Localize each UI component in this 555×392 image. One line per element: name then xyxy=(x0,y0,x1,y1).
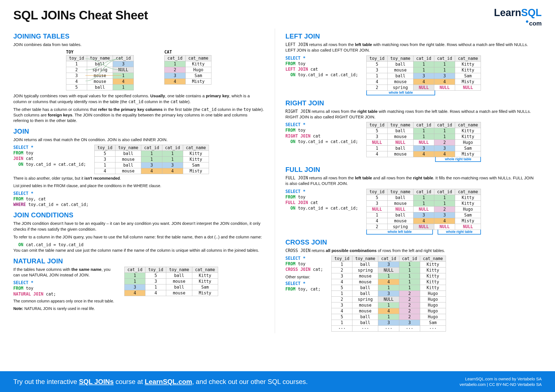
cat-table-block: CAT cat_idcat_name 1Kitty 2Hugo 3Sam 4Mi… xyxy=(164,50,211,90)
page-title: SQL JOINs Cheat Sheet xyxy=(13,8,148,22)
page: SQL JOINs Cheat Sheet LearnSQL •com JOIN… xyxy=(0,0,555,392)
fj-result: toy_idtoy_namecat_idcat_idcat_name 5ball… xyxy=(366,189,481,230)
join-row: SELECT * FROM toy JOIN cat ON toy.cat_id… xyxy=(13,145,264,174)
toy-table-block: TOY toy_idtoy_namecat_id 1ball3 2springN… xyxy=(66,50,134,90)
footer: Try out the interactive SQL JOINs course… xyxy=(0,371,555,392)
rj-row: SELECT * FROM toy RIGHT JOIN cat ON toy.… xyxy=(286,122,536,162)
jt-p1: JOIN typically combines rows with equal … xyxy=(13,93,264,105)
fj-cap-r: whole right table xyxy=(438,230,481,235)
lj-row: SELECT * FROM toy LEFT JOIN cat ON toy.c… xyxy=(286,55,536,95)
logo-com: •com xyxy=(494,18,542,26)
rj-sql: SELECT * FROM toy RIGHT JOIN cat ON toy.… xyxy=(286,122,358,144)
jc-p3: You can omit the table name and use just… xyxy=(13,248,264,253)
natural-result: cat_idtoy_idtoy_namecat_name 15ballKitty… xyxy=(124,267,218,296)
footer-left: Try out the interactive SQL JOINs course… xyxy=(13,378,308,386)
rj-result: toy_idtoy_namecat_idcat_idcat_name 5ball… xyxy=(366,122,481,157)
cat-table: cat_idcat_name 1Kitty 2Hugo 3Sam 4Misty xyxy=(164,55,211,85)
lj-result-wrap: toy_idtoy_namecat_idcat_idcat_name 5ball… xyxy=(366,55,481,95)
cj-left: SELECT * FROM toy CROSS JOIN cat; Other … xyxy=(286,256,323,292)
h-natural: NATURAL JOIN xyxy=(13,257,264,265)
fj-row: SELECT * FROM toy FULL JOIN cat ON toy.c… xyxy=(286,189,536,235)
logo-sql: SQL xyxy=(521,7,542,18)
join-sql: SELECT * FROM toy JOIN cat ON toy.cat_id… xyxy=(13,145,86,167)
h-full-join: FULL JOIN xyxy=(286,166,536,174)
nj-p1: If the tables have columns with the same… xyxy=(13,267,116,278)
toy-table: toy_idtoy_namecat_id 1ball3 2springNULL … xyxy=(66,55,134,90)
join-result: toy_idtoy_namecat_idcat_idcat_name 5ball… xyxy=(94,145,209,174)
fj-sql: SELECT * FROM toy FULL JOIN cat ON toy.c… xyxy=(286,189,358,211)
footer-link-learnsql[interactable]: LearnSQL.com xyxy=(145,378,192,385)
cj-sql2: SELECT * FROM toy, cat; xyxy=(286,281,323,292)
rj-cap: whole right table xyxy=(435,157,481,162)
fj-result-wrap: toy_idtoy_namecat_idcat_idcat_name 5ball… xyxy=(366,189,481,235)
footer-owner: LearnSQL.com is owned by Vertabelo SA xyxy=(460,376,542,382)
lj-sql: SELECT * FROM toy LEFT JOIN cat ON toy.c… xyxy=(286,55,358,78)
rj-result-wrap: toy_idtoy_namecat_idcat_idcat_name 5ball… xyxy=(366,122,481,162)
h-left-join: LEFT JOIN xyxy=(286,32,536,40)
cj-sql: SELECT * FROM toy CROSS JOIN cat; xyxy=(286,256,323,273)
cj-other: Other syntax: xyxy=(286,274,323,280)
right-column: LEFT JOIN LEFT JOIN LEFT JOIN returns al… xyxy=(275,29,542,333)
fj-p: FULL JOIN returns all rows from the left… xyxy=(286,175,536,187)
jt-p2: The other table has a column or columns … xyxy=(13,107,264,124)
join-note2: List joined tables in the FROM clause, a… xyxy=(13,183,264,189)
h-join-cond: JOIN CONDITIONS xyxy=(13,211,264,219)
lj-p: LEFT JOIN LEFT JOIN returns all rows fro… xyxy=(286,42,536,53)
join-intro: JOIN returns all rows that match the ON … xyxy=(13,137,264,142)
cat-label: CAT xyxy=(164,50,211,55)
lj-cap: whole left table xyxy=(366,90,435,95)
join-sql2: SELECT * FROM toy, cat WHERE toy.cat_id … xyxy=(13,191,264,208)
rj-p: RIGHT JOIN returns all rows from the rig… xyxy=(286,109,536,120)
h-right-join: RIGHT JOIN xyxy=(286,99,536,107)
source-tables: TOY toy_idtoy_namecat_id 1ball3 2springN… xyxy=(13,50,264,90)
lj-result: toy_idtoy_namecat_idcat_idcat_name 5ball… xyxy=(366,55,481,91)
join-note1: There is also another, older syntax, but… xyxy=(13,176,264,181)
columns: JOINING TABLES JOIN combines data from t… xyxy=(0,29,555,333)
header: SQL JOINs Cheat Sheet LearnSQL •com xyxy=(0,0,555,29)
footer-license: vertabelo.com | CC BY-NC-ND Vertabelo SA xyxy=(460,382,542,387)
h-cross-join: CROSS JOIN xyxy=(286,238,536,246)
natural-row: If the tables have columns with the same… xyxy=(13,267,264,297)
cj-p: CROSS JOIN returns all possible combinat… xyxy=(286,248,536,253)
jc-code: ON cat.cat_id = toy.cat_id xyxy=(13,242,264,248)
cj-result: toy_idtoy_namecat_idcat_idcat_name 1ball… xyxy=(331,256,446,332)
h-joining-tables: JOINING TABLES xyxy=(13,32,264,40)
cj-row: SELECT * FROM toy CROSS JOIN cat; Other … xyxy=(286,256,536,332)
jc-p1: The JOIN condition doesn't have to be an… xyxy=(13,221,264,232)
left-column: JOINING TABLES JOIN combines data from t… xyxy=(13,29,275,333)
footer-link-sqljoins[interactable]: SQL JOINs xyxy=(79,378,114,385)
natural-sql: SELECT * FROM toy NATURAL JOIN cat; xyxy=(13,280,116,297)
nj-p3: Note: NATURAL JOIN is rarely used in rea… xyxy=(13,306,264,311)
jc-p2: To refer to a column in the JOIN query, … xyxy=(13,234,264,240)
natural-left: If the tables have columns with the same… xyxy=(13,267,116,297)
nj-p2: The common column appears only once in t… xyxy=(13,299,264,304)
toy-label: TOY xyxy=(66,50,134,55)
footer-right: LearnSQL.com is owned by Vertabelo SA ve… xyxy=(460,376,542,387)
jt-intro: JOIN combines data from two tables. xyxy=(13,42,264,47)
logo-learn: Learn xyxy=(494,7,521,18)
fj-cap-l: whole left table xyxy=(366,230,433,235)
h-join: JOIN xyxy=(13,128,264,135)
logo: LearnSQL •com xyxy=(494,8,542,26)
